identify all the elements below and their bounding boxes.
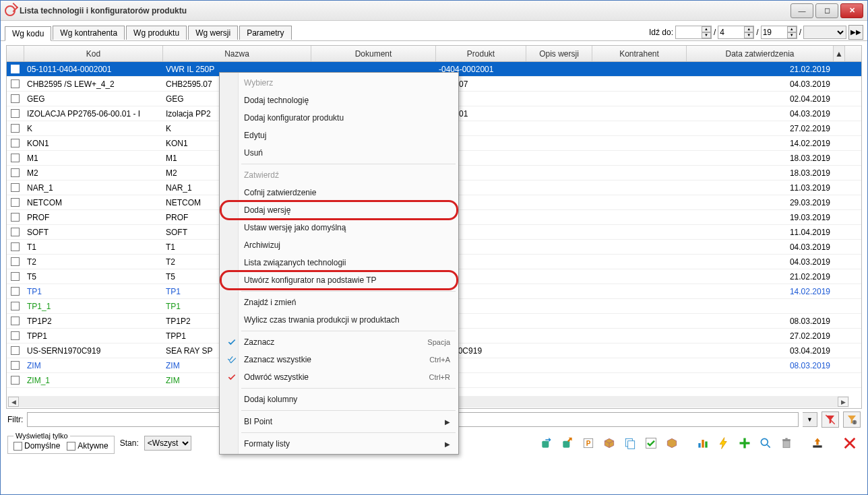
menu-archiwizuj[interactable]: Archiwizuj: [221, 236, 457, 254]
window-close-button[interactable]: ✕: [840, 3, 863, 18]
spin-down-icon[interactable]: ▼: [702, 32, 711, 38]
column-data[interactable]: Data zatwierdzenia: [687, 46, 834, 61]
svg-rect-16: [782, 439, 790, 441]
tab-wg-kodu[interactable]: Wg kodu: [5, 26, 51, 41]
menu-zaznacz-wszystkie[interactable]: Zaznacz wszystkieCtrl+A: [221, 351, 457, 368]
package2-button[interactable]: [662, 434, 681, 453]
menu-zaznacz[interactable]: ZaznaczSpacja: [221, 333, 457, 351]
goto-select[interactable]: [803, 26, 846, 39]
tabs-row: Wg kodu Wg kontrahenta Wg produktu Wg we…: [1, 21, 867, 41]
spin-up-icon[interactable]: ▲: [787, 26, 797, 32]
svg-rect-2: [542, 440, 549, 447]
svg-text:P: P: [586, 440, 591, 447]
check-icon: [225, 337, 239, 347]
scroll-right-icon[interactable]: ▶: [838, 397, 848, 407]
goto-sep: /: [756, 28, 758, 37]
spin-up-icon[interactable]: ▲: [702, 26, 711, 32]
titlebar: Lista technologii i konfiguratorów produ…: [1, 1, 867, 21]
tab-wg-kontrahenta[interactable]: Wg kontrahenta: [53, 26, 125, 40]
check-all-icon: [225, 355, 239, 364]
stan-select[interactable]: <Wszyst: [144, 436, 191, 451]
menu-znajdz-zmien[interactable]: Znajdź i zmień: [221, 294, 457, 311]
context-menu: Wybierz Dodaj technologię Dodaj konfigur…: [219, 72, 459, 455]
menu-wybierz: Wybierz: [221, 74, 457, 92]
menu-dodaj-technologie[interactable]: Dodaj technologię: [221, 92, 457, 109]
display-filter-group: Wyświetlaj tylko Domyślne Aktywne: [7, 432, 115, 454]
menu-dodaj-wersje[interactable]: Dodaj wersję: [221, 201, 457, 219]
svg-point-14: [761, 438, 768, 445]
display-group-label: Wyświetlaj tylko: [13, 432, 70, 440]
lightning-button[interactable]: [714, 434, 733, 453]
menu-odwroc-wszystkie[interactable]: Odwróć wszystkieCtrl+R: [221, 368, 457, 386]
tab-wg-wersji[interactable]: Wg wersji: [188, 26, 238, 40]
menu-bi-point[interactable]: BI Point▶: [221, 413, 457, 430]
checkbox-domyslne[interactable]: Domyślne: [13, 441, 60, 451]
svg-rect-10: [702, 440, 704, 448]
spin-down-icon[interactable]: ▼: [744, 32, 753, 38]
goto-next-button[interactable]: ▶▶: [848, 25, 863, 40]
chart-button[interactable]: [693, 434, 712, 453]
menu-dodaj-kolumny[interactable]: Dodaj kolumny: [221, 391, 457, 408]
column-kontrahent[interactable]: Kontrahent: [592, 46, 687, 61]
menu-wylicz-czas[interactable]: Wylicz czas trwania produkcji w produkta…: [221, 311, 457, 329]
menu-dodaj-konfigurator[interactable]: Dodaj konfigurator produktu: [221, 109, 457, 127]
column-nazwa[interactable]: Nazwa: [163, 46, 311, 61]
confirm-button[interactable]: [642, 434, 660, 453]
copy-button[interactable]: [621, 434, 640, 453]
svg-rect-11: [705, 441, 707, 447]
column-produkt[interactable]: Produkt: [436, 46, 526, 61]
upload-button[interactable]: [808, 434, 827, 453]
toolbar: P: [537, 433, 861, 453]
app-icon: [5, 5, 16, 16]
filter-dropdown-icon[interactable]: ▼: [803, 412, 817, 427]
menu-utworz-konfigurator[interactable]: Utwórz konfigurator na podstawie TP: [221, 271, 457, 289]
tab-parametry[interactable]: Parametry: [239, 26, 291, 40]
package-button[interactable]: [600, 434, 619, 453]
menu-lista-technologii[interactable]: Lista związanych technologii: [221, 254, 457, 271]
submenu-arrow-icon: ▶: [445, 440, 450, 448]
stan-label: Stan:: [120, 438, 139, 448]
menu-cofnij-zatwierdzenie[interactable]: Cofnij zatwierdzenie: [221, 184, 457, 201]
grid-header: Kod Nazwa Dokument Produkt Opis wersji K…: [7, 46, 861, 62]
checkbox-aktywne[interactable]: Aktywne: [67, 441, 108, 451]
filter-label: Filtr:: [7, 415, 23, 424]
window-title: Lista technologii i konfiguratorów produ…: [20, 6, 790, 15]
close-panel-button[interactable]: [839, 433, 861, 453]
export-button[interactable]: [558, 434, 577, 453]
goto-sep: /: [799, 28, 801, 37]
menu-usun[interactable]: Usuń: [221, 144, 457, 162]
menu-formaty-listy[interactable]: Formaty listy▶: [221, 435, 457, 453]
maximize-button[interactable]: ◻: [815, 3, 838, 18]
column-opis[interactable]: Opis wersji: [526, 46, 592, 61]
product-button[interactable]: P: [579, 434, 598, 453]
spin-down-icon[interactable]: ▼: [787, 32, 797, 38]
scroll-left-icon[interactable]: ◀: [8, 397, 19, 407]
delete-button[interactable]: [777, 434, 796, 453]
invert-icon: [225, 372, 239, 382]
filter-apply-button[interactable]: [822, 411, 839, 428]
svg-rect-18: [813, 445, 822, 447]
menu-ustaw-wersje[interactable]: Ustaw wersję jako domyślną: [221, 219, 457, 236]
svg-rect-9: [698, 443, 700, 448]
add-button[interactable]: [735, 434, 754, 453]
menu-edytuj[interactable]: Edytuj: [221, 127, 457, 144]
column-checkbox[interactable]: [7, 46, 24, 61]
filter-construct-button[interactable]: [843, 411, 861, 428]
svg-rect-17: [785, 438, 787, 439]
minimize-button[interactable]: —: [790, 3, 813, 18]
column-kod[interactable]: Kod: [24, 46, 163, 61]
menu-zatwierdz: Zatwierdź: [221, 166, 457, 184]
goto-sep: /: [714, 28, 716, 37]
svg-rect-13: [740, 442, 750, 444]
goto-label: Idź do:: [649, 28, 673, 37]
submenu-arrow-icon: ▶: [445, 418, 450, 426]
scrollbar-header: ▲: [834, 46, 845, 61]
svg-rect-7: [628, 440, 635, 449]
import-button[interactable]: [537, 434, 556, 453]
column-dokument[interactable]: Dokument: [311, 46, 436, 61]
tab-wg-produktu[interactable]: Wg produktu: [126, 26, 187, 40]
svg-rect-1: [854, 420, 856, 424]
svg-rect-15: [783, 440, 790, 447]
spin-up-icon[interactable]: ▲: [744, 26, 753, 32]
search-button[interactable]: [756, 434, 775, 453]
